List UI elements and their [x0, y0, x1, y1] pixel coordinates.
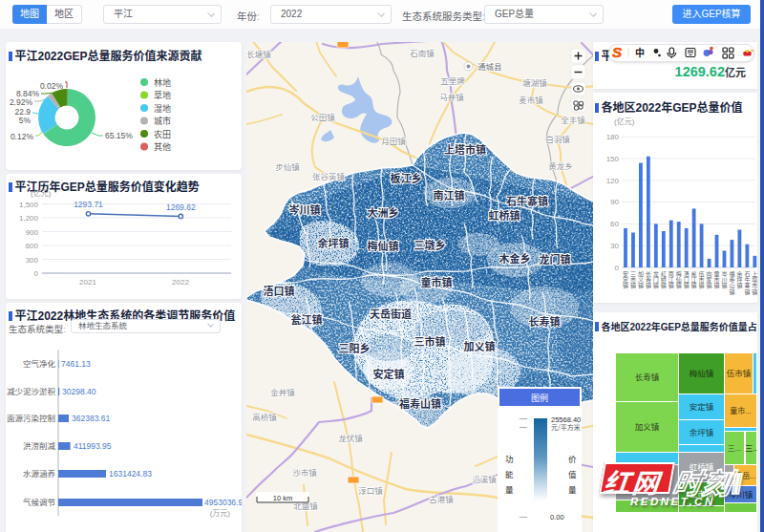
svg-text:1269.62: 1269.62	[166, 202, 196, 212]
svg-text:—: —	[520, 512, 527, 521]
svg-text:洪涝削减: 洪涝削减	[23, 441, 56, 451]
svg-text:沙市镇: 沙市镇	[292, 466, 317, 478]
svg-text:岑川镇: 岑川镇	[289, 202, 321, 217]
svg-text:120: 120	[606, 177, 620, 185]
svg-text:减少泥沙淤积: 减少泥沙淤积	[7, 387, 56, 396]
svg-text:水源涵养: 水源涵养	[23, 469, 56, 479]
svg-text:余坪镇: 余坪镇	[690, 428, 714, 437]
svg-text:(亿元): (亿元)	[31, 188, 52, 198]
svg-text:(亿元): (亿元)	[614, 117, 635, 126]
svg-text:沿溪镇: 沿溪镇	[472, 473, 497, 484]
svg-text:图例: 图例	[531, 392, 548, 404]
svg-text:镇: 镇	[713, 282, 719, 289]
svg-text:362383.61: 362383.61	[72, 414, 110, 423]
svg-text:7461.13: 7461.13	[61, 359, 91, 369]
svg-text:面源污染控制: 面源污染控制	[7, 414, 55, 423]
svg-text:其他: 其他	[154, 141, 171, 152]
svg-text:5%: 5%	[19, 116, 32, 125]
svg-text:300: 300	[26, 256, 39, 265]
svg-text:镇: 镇	[638, 282, 644, 289]
svg-text:镇: 镇	[744, 288, 750, 296]
svg-text:411993.95: 411993.95	[74, 441, 112, 451]
svg-text:三: 三	[630, 271, 636, 277]
svg-text:全丰镇: 全丰镇	[561, 114, 585, 125]
svg-text:镇: 镇	[752, 288, 757, 296]
svg-text:龙门镇: 龙门镇	[540, 251, 571, 266]
svg-text:童: 童	[713, 270, 719, 277]
svg-text:0.00: 0.00	[550, 513, 564, 521]
svg-text:1,500: 1,500	[19, 201, 39, 209]
svg-text:南: 南	[668, 270, 674, 277]
svg-text:65.15%: 65.15%	[105, 131, 133, 140]
svg-text:马井镇: 马井镇	[439, 91, 464, 102]
svg-text:石南镇: 石南镇	[410, 47, 435, 58]
svg-text:板江乡: 板江乡	[391, 170, 422, 185]
svg-text:白羽镇: 白羽镇	[545, 133, 570, 144]
svg-text:镇: 镇	[623, 282, 628, 289]
svg-text:三墩乡: 三墩乡	[414, 237, 446, 252]
svg-text:0: 0	[34, 269, 39, 278]
svg-text:0.02%: 0.02%	[40, 81, 64, 91]
svg-text:三..: 三..	[745, 443, 757, 453]
svg-text:加义镇: 加义镇	[464, 338, 496, 353]
svg-text:黄龙乡: 黄龙乡	[548, 160, 573, 171]
svg-text:三市镇: 三市镇	[414, 333, 446, 349]
svg-text:麦市镇: 麦市镇	[519, 94, 543, 105]
svg-text:180: 180	[606, 133, 620, 141]
svg-text:天岳街道: 天岳街道	[370, 306, 412, 321]
svg-text:三...: 三...	[728, 444, 742, 453]
svg-text:农田: 农田	[154, 129, 171, 139]
svg-text:上: 上	[752, 270, 757, 277]
svg-text:30: 30	[610, 242, 619, 250]
svg-text:塘湖镇: 塘湖镇	[522, 76, 547, 88]
svg-text:价: 价	[568, 453, 577, 464]
svg-text:古港镇: 古港镇	[429, 493, 454, 504]
svg-text:寿: 寿	[729, 276, 734, 283]
svg-text:功: 功	[505, 453, 514, 464]
svg-text:城市: 城市	[154, 116, 171, 126]
svg-text:月田镇: 月田镇	[381, 135, 406, 146]
svg-text:600: 600	[26, 242, 39, 250]
svg-text:1293.71: 1293.71	[74, 200, 103, 209]
svg-text:镇: 镇	[699, 282, 705, 289]
svg-text:1631424.83: 1631424.83	[109, 469, 152, 479]
svg-text:虹桥镇: 虹桥镇	[489, 207, 520, 223]
svg-text:镇: 镇	[721, 282, 727, 289]
svg-text:中: 中	[635, 45, 645, 59]
svg-text:福寿山镇: 福寿山镇	[399, 395, 441, 411]
svg-text:大洲乡: 大洲乡	[368, 204, 399, 220]
svg-text:60: 60	[610, 220, 619, 228]
svg-text:30298.40: 30298.40	[62, 387, 96, 396]
svg-text:量: 量	[568, 483, 577, 495]
svg-text:镇: 镇	[736, 282, 742, 289]
svg-text:150: 150	[606, 155, 620, 163]
svg-text:伍市镇: 伍市镇	[727, 369, 752, 378]
svg-text:义: 义	[638, 277, 644, 283]
svg-text:900: 900	[26, 228, 39, 237]
svg-text:木金乡: 木金乡	[499, 250, 531, 266]
svg-text:镇: 镇	[676, 282, 682, 289]
svg-text:镇: 镇	[707, 282, 712, 289]
svg-text:浯口镇: 浯口镇	[264, 283, 295, 298]
svg-text:梅仙镇: 梅仙镇	[368, 238, 399, 253]
svg-text:0.12%: 0.12%	[11, 132, 34, 141]
svg-text:三阳乡: 三阳乡	[339, 340, 371, 355]
svg-text:1,200: 1,200	[19, 214, 39, 223]
svg-text:虹: 虹	[661, 270, 667, 277]
svg-text:10 km: 10 km	[273, 494, 292, 502]
svg-text:(万元): (万元)	[210, 509, 231, 518]
svg-text:寨: 寨	[744, 282, 750, 288]
svg-text:南江镇: 南江镇	[434, 187, 465, 202]
svg-text:家: 家	[707, 276, 712, 283]
svg-text:龙伏镇: 龙伏镇	[338, 432, 363, 443]
svg-text:童市镇: 童市镇	[421, 274, 453, 289]
svg-text:长塘镇: 长塘镇	[246, 48, 271, 59]
svg-text:金井镇: 金井镇	[270, 386, 295, 397]
svg-text:高桥镇: 高桥镇	[252, 411, 277, 422]
svg-text:寿: 寿	[646, 276, 651, 283]
svg-text:S: S	[612, 44, 622, 60]
svg-text:五里牌: 五里牌	[440, 74, 465, 86]
svg-text:安定镇: 安定镇	[690, 402, 714, 412]
svg-text:梅仙镇: 梅仙镇	[690, 369, 714, 378]
svg-text:90: 90	[610, 198, 619, 206]
